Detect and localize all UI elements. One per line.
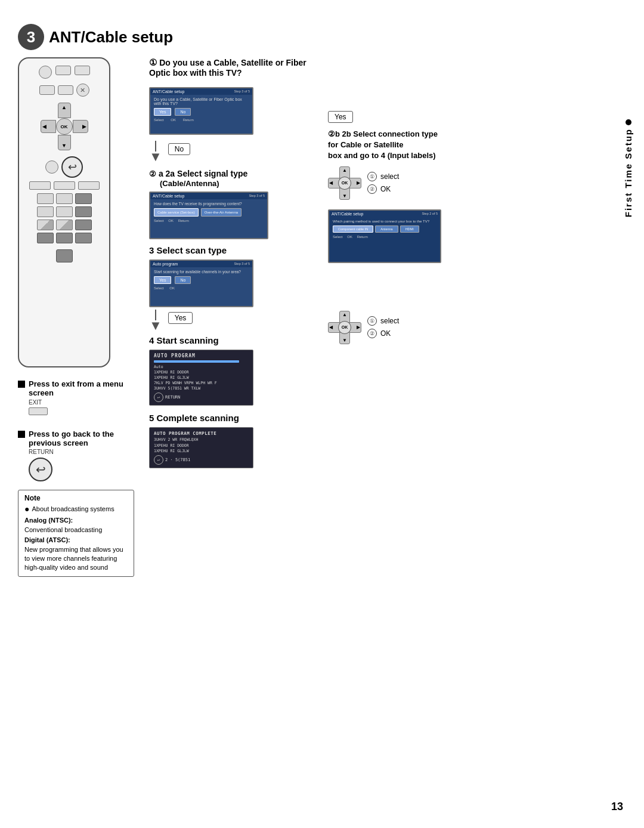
screen-no-btn[interactable]: No xyxy=(175,108,191,116)
screen-2b-opt3[interactable]: HDMI xyxy=(400,225,419,233)
screen-step1: ANT/Cable setup Step 3 of 5 Do you use a… xyxy=(149,87,253,135)
screen-footer-3: Select OK xyxy=(154,286,249,290)
no-bubble: No xyxy=(168,143,190,155)
page-title: ANT/Cable setup xyxy=(49,28,173,47)
instr-ok-1: ② OK xyxy=(367,184,399,194)
remote-column: ✕ ▲ ▼ ◀ ▶ OK ↩ xyxy=(18,57,143,577)
analog-title: Analog (NTSC): xyxy=(24,517,73,524)
remote-btn-2[interactable] xyxy=(75,66,90,75)
remote-number-grid xyxy=(37,193,92,243)
remote-btn-4[interactable] xyxy=(58,85,73,95)
screen-2b-opt1[interactable]: Component cable IN xyxy=(333,225,373,233)
screen-yes-btn[interactable]: Yes xyxy=(154,108,171,116)
remote-row-3: ↩ xyxy=(45,156,83,178)
complete-screen: AUTO PROGRAM COMPLETE 3UHVV 2 WR FRQWLQX… xyxy=(149,427,253,468)
remote-grid-btn-3[interactable] xyxy=(75,193,92,204)
remote-grid-btn-8[interactable] xyxy=(56,220,73,230)
remote-rect-btn-3[interactable] xyxy=(78,181,100,190)
screen-step2b: ANT/Cable setup Step 2 of 5 Which pairin… xyxy=(328,209,441,263)
return-button-large[interactable]: ↩ xyxy=(29,458,52,481)
return-label-title: Press to go back to the previous screen xyxy=(18,430,134,447)
screen-2b-opt2[interactable]: Antenna xyxy=(375,225,398,233)
remote-return-btn[interactable]: ↩ xyxy=(61,156,83,178)
screen-footer-2a: Select OK Return xyxy=(154,219,264,223)
screen-2a-opt1[interactable]: Cable service (Set-box) xyxy=(154,208,199,217)
remote-rect-btn-1[interactable] xyxy=(29,181,51,190)
yes-flow-step4: ▼ Yes xyxy=(149,310,322,331)
remote-grid-btn-2[interactable] xyxy=(56,193,73,204)
remote-grid-btn-11[interactable] xyxy=(56,233,73,243)
instructions-col-2: ① select ② OK xyxy=(367,316,399,338)
mini-dpad-right-2[interactable]: ▶ xyxy=(349,322,361,333)
dpad-down[interactable]: ▼ xyxy=(58,135,71,150)
remote-bottom-row xyxy=(56,249,73,262)
screen-2b-select: Select xyxy=(333,235,343,239)
remote-row-4 xyxy=(29,181,100,190)
step-2a-text: a xyxy=(159,169,166,178)
step-2a-subtitle: (Cable/Antenna) xyxy=(160,179,322,188)
scan-line-0: Auto xyxy=(154,364,249,369)
screen-header-3: Auto program Step 3 of 5 xyxy=(150,261,252,267)
instr-select-2: ① select xyxy=(367,316,399,326)
step-2b-sub2: box and go to 4 (Input labels) xyxy=(328,151,436,160)
remote-grid-btn-9[interactable] xyxy=(75,220,92,230)
remote-round-btn-2[interactable] xyxy=(45,160,58,174)
mini-dpad-ok-1[interactable]: OK xyxy=(338,177,351,190)
screen-q3: Start scanning for available channels in… xyxy=(154,270,249,274)
yes-bubble-step4: Yes xyxy=(168,312,193,324)
exit-label-title: Press to exit from a menu screen xyxy=(18,379,134,397)
mini-dpad-right-1[interactable]: ▶ xyxy=(349,178,361,189)
return-section: Press to go back to the previous screen … xyxy=(18,430,134,481)
complete-result2: 5(7851 xyxy=(175,458,190,462)
remote-grid-btn-12[interactable] xyxy=(75,233,92,243)
page-number: 13 xyxy=(611,801,623,813)
mini-dpad-down-1[interactable]: ▼ xyxy=(339,188,350,200)
screen-q2a: How does the TV receive its programming … xyxy=(154,202,264,206)
step-5-label: 5 Complete scanning xyxy=(149,413,239,423)
return-label-text: Press to go back to the previous screen xyxy=(29,430,134,447)
step3-dpad-section: ▲ ▼ ◀ ▶ OK ① select ② OK xyxy=(328,311,626,344)
step1-dpad-instructions: ▲ ▼ ◀ ▶ OK ① select ② OK xyxy=(328,166,626,200)
remote-power-btn[interactable] xyxy=(39,66,52,79)
screen-2a-opt2[interactable]: Over-the-Air Antenna xyxy=(201,208,242,217)
dpad-ok[interactable]: OK xyxy=(56,118,73,135)
scan-line-1: 1XPEHU RI DODOR xyxy=(154,370,249,375)
remote-grid-btn-6[interactable] xyxy=(75,206,92,217)
remote-grid-btn-4[interactable] xyxy=(37,206,54,217)
complete-title: AUTO PROGRAM COMPLETE xyxy=(154,431,249,436)
mini-dpad-ok-2[interactable]: OK xyxy=(338,321,351,334)
screen-q1: Do you use a Cable, Satellite or Fiber O… xyxy=(154,97,249,106)
screen-3-yes[interactable]: Yes xyxy=(154,276,171,284)
dpad-left[interactable]: ◀ xyxy=(41,120,56,133)
screen-3-no[interactable]: No xyxy=(175,276,191,284)
title-row: 3 ANT/Cable setup xyxy=(18,24,626,50)
instr-ok-text-1: OK xyxy=(380,185,391,193)
remote-bottom-btn[interactable] xyxy=(56,249,73,262)
circle-num-2: ② xyxy=(367,184,377,194)
complete-result-num: 2 xyxy=(165,458,168,462)
note-box: Note ● About broadcasting systems Analog… xyxy=(18,490,134,577)
instr-select-text-1: select xyxy=(380,172,399,181)
exit-btn-label: EXIT xyxy=(29,399,134,406)
arrow-no-col: ▼ xyxy=(149,141,162,162)
step-4-title: 4 Start scanning xyxy=(149,335,322,346)
remote-btn-1[interactable] xyxy=(55,66,71,75)
remote-btn-3[interactable] xyxy=(39,85,55,95)
exit-button-small[interactable] xyxy=(29,407,48,415)
screen-header-2a: ANT/Cable setup Step 3 of 5 xyxy=(150,193,267,199)
screen-header-2b: ANT/Cable setup Step 2 of 5 xyxy=(329,211,440,217)
remote-grid-btn-5[interactable] xyxy=(56,206,73,217)
remote-dpad[interactable]: ▲ ▼ ◀ ▶ OK xyxy=(41,103,88,150)
remote-grid-btn-10[interactable] xyxy=(37,233,54,243)
mini-dpad-down-2[interactable]: ▼ xyxy=(339,332,350,344)
dpad-up[interactable]: ▲ xyxy=(58,103,71,118)
dpad-right[interactable]: ▶ xyxy=(73,120,88,133)
screen-2a-ok: OK xyxy=(168,219,174,223)
remote-grid-btn-1[interactable] xyxy=(37,193,54,204)
remote-row-2: ✕ xyxy=(39,84,89,97)
note-about-text: About broadcasting systems xyxy=(32,505,114,514)
complete-line2: 1XPEHU RI DODOR xyxy=(154,443,249,448)
remote-close-btn[interactable]: ✕ xyxy=(76,84,89,97)
remote-grid-btn-7[interactable] xyxy=(37,220,54,230)
remote-rect-btn-2[interactable] xyxy=(54,181,75,190)
